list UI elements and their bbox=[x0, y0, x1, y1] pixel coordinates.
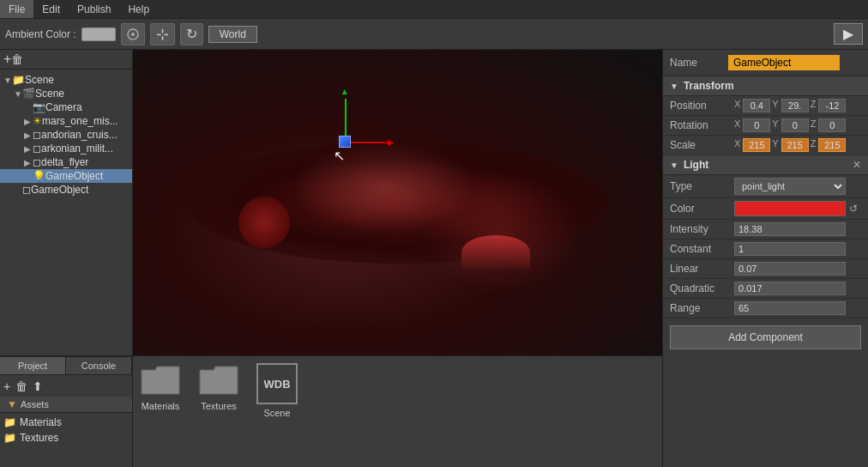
add-component-btn[interactable]: Add Component bbox=[670, 325, 861, 349]
bottom-assets-panel: Materials Textures WDB Scene bbox=[133, 355, 662, 467]
range-input[interactable] bbox=[734, 301, 846, 315]
menu-help[interactable]: Help bbox=[119, 0, 158, 18]
folder-svg bbox=[198, 363, 239, 397]
import-asset-btn[interactable]: ⬆ bbox=[33, 379, 43, 393]
position-label: Position bbox=[670, 100, 734, 112]
camera-icon: 📷 bbox=[33, 101, 45, 113]
tree-item-delta[interactable]: ▶ ◻ delta_flyer bbox=[0, 155, 132, 169]
tree-label: andorian_cruis... bbox=[41, 129, 118, 141]
gizmo-center bbox=[339, 136, 351, 148]
wdb-icon: WDB bbox=[256, 363, 298, 404]
play-button[interactable]: ▶ bbox=[834, 23, 863, 45]
scale-z[interactable] bbox=[818, 138, 846, 152]
rotate-tool-btn[interactable]: ↻ bbox=[180, 23, 203, 45]
x-label: X bbox=[734, 138, 740, 152]
scale-inputs: X Y Z bbox=[734, 138, 846, 152]
z-label: Z bbox=[811, 118, 817, 132]
type-label: Type bbox=[670, 180, 734, 192]
rotation-z[interactable] bbox=[818, 118, 846, 132]
tab-console[interactable]: Console bbox=[66, 357, 132, 374]
position-y[interactable] bbox=[781, 99, 809, 112]
ambient-color-label: Ambient Color : bbox=[5, 28, 76, 40]
menu-publish[interactable]: Publish bbox=[69, 0, 119, 18]
add-asset-btn[interactable]: + bbox=[3, 379, 10, 393]
folder-icon-large bbox=[198, 363, 239, 397]
color-reset-btn[interactable]: ↺ bbox=[849, 203, 858, 215]
position-z[interactable] bbox=[818, 99, 846, 112]
tree-arrow bbox=[14, 185, 22, 195]
rotation-y[interactable] bbox=[781, 118, 809, 132]
toolbar: Ambient Color : ⊹ ↻ World ▶ bbox=[0, 19, 868, 50]
color-picker-btn[interactable] bbox=[121, 23, 145, 45]
asset-scene[interactable]: WDB Scene bbox=[256, 363, 298, 418]
world-button[interactable]: World bbox=[208, 26, 257, 43]
scene-icon: 🎬 bbox=[22, 88, 35, 100]
light-color-swatch[interactable] bbox=[734, 201, 846, 216]
assets-textures-row[interactable]: 📁 Textures bbox=[3, 430, 129, 446]
scene-light-spot2 bbox=[424, 172, 582, 294]
tree-item-gameobject-selected[interactable]: 💡 GameObject bbox=[0, 169, 132, 183]
tree-item-arkonian[interactable]: ▶ ◻ arkonian_milit... bbox=[0, 142, 132, 155]
assets-header: Assets bbox=[21, 399, 49, 409]
gizmo-x-axis bbox=[345, 142, 388, 143]
viewport[interactable]: ↖ bbox=[133, 50, 662, 355]
color-label: Color bbox=[670, 203, 734, 215]
linear-label: Linear bbox=[670, 263, 734, 275]
position-inputs: X Y Z bbox=[734, 99, 846, 112]
z-label: Z bbox=[811, 138, 817, 152]
x-label: X bbox=[734, 118, 740, 132]
constant-label: Constant bbox=[670, 243, 734, 255]
tree-arrow: ▶ bbox=[24, 158, 33, 167]
tab-project[interactable]: Project bbox=[0, 357, 66, 374]
position-x[interactable] bbox=[743, 99, 770, 112]
tree-arrow: ▶ bbox=[24, 117, 33, 126]
tree-item-andorian[interactable]: ▶ ◻ andorian_cruis... bbox=[0, 128, 132, 142]
left-tabs: Project Console bbox=[0, 356, 132, 374]
add-scene-btn[interactable]: + bbox=[3, 52, 11, 67]
quadratic-input[interactable] bbox=[734, 282, 846, 295]
name-input[interactable] bbox=[728, 55, 840, 70]
tree-label: arkonian_milit... bbox=[41, 143, 113, 155]
light-close-btn[interactable]: ✕ bbox=[853, 159, 861, 171]
menu-edit[interactable]: Edit bbox=[33, 0, 69, 18]
delete-scene-btn[interactable]: 🗑 bbox=[11, 52, 23, 66]
assets-textures-label: Textures bbox=[20, 432, 58, 444]
rotation-label: Rotation bbox=[670, 119, 734, 131]
quadratic-row: Quadratic bbox=[663, 279, 868, 299]
linear-input[interactable] bbox=[734, 262, 846, 276]
rotation-x[interactable] bbox=[743, 118, 770, 132]
asset-materials[interactable]: Materials bbox=[140, 363, 181, 411]
tree-item-scene[interactable]: ▼ 🎬 Scene bbox=[0, 87, 132, 100]
light-type-select[interactable]: point_light bbox=[734, 178, 846, 195]
sun-icon: ☀ bbox=[33, 115, 42, 127]
tree-item-scene-root[interactable]: ▼ 📁 Scene bbox=[0, 73, 132, 87]
x-label: X bbox=[734, 99, 740, 112]
tree-arrow bbox=[24, 172, 33, 181]
menu-file[interactable]: File bbox=[0, 0, 33, 18]
scale-x[interactable] bbox=[743, 138, 770, 152]
viewport-canvas: ↖ bbox=[133, 50, 662, 355]
range-label: Range bbox=[670, 302, 734, 314]
folder-icon-large bbox=[140, 363, 181, 397]
asset-textures[interactable]: Textures bbox=[198, 363, 239, 411]
y-label: Y bbox=[772, 118, 778, 132]
tree-item-mars[interactable]: ▶ ☀ mars_one_mis... bbox=[0, 114, 132, 128]
tree-label: delta_flyer bbox=[41, 156, 88, 168]
scale-y[interactable] bbox=[781, 138, 809, 152]
move-tool-btn[interactable]: ⊹ bbox=[150, 23, 175, 45]
y-label: Y bbox=[772, 99, 778, 112]
light-section-header[interactable]: ▼ Light ✕ bbox=[663, 155, 868, 175]
mesh-icon: ◻ bbox=[33, 156, 41, 168]
assets-materials-row[interactable]: 📁 Materials bbox=[3, 415, 129, 430]
folder-icon: 📁 bbox=[3, 416, 16, 428]
tree-item-camera[interactable]: 📷 Camera bbox=[0, 100, 132, 114]
delete-asset-btn[interactable]: 🗑 bbox=[15, 379, 27, 393]
tree-item-gameobject2[interactable]: ◻ GameObject bbox=[0, 183, 132, 197]
tree-label: Scene bbox=[25, 74, 54, 86]
constant-input[interactable] bbox=[734, 242, 846, 256]
linear-row: Linear bbox=[663, 259, 868, 279]
transform-section-header[interactable]: ▼ Transform bbox=[663, 76, 868, 96]
tree-arrow: ▶ bbox=[24, 144, 33, 154]
ambient-color-swatch[interactable] bbox=[81, 27, 116, 41]
intensity-input[interactable] bbox=[734, 222, 846, 236]
